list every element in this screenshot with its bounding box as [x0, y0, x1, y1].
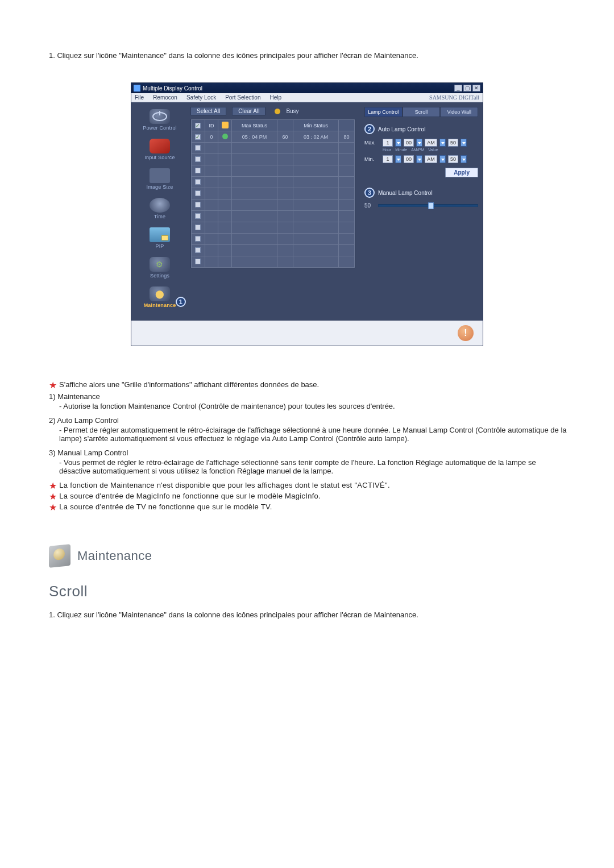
pip-icon — [150, 227, 170, 242]
input-source-icon — [150, 139, 170, 153]
table-row[interactable] — [192, 188, 355, 200]
col-max-status[interactable]: Max Status — [232, 120, 277, 131]
table-row[interactable] — [192, 245, 355, 256]
max-minute-input[interactable]: 00 — [404, 139, 414, 147]
note-star-3: ★La source d'entrée de MagicInfo ne fonc… — [49, 492, 569, 500]
note-star-4: ★La source d'entrée de TV ne fonctionne … — [49, 502, 569, 511]
max-hour-input[interactable]: 1 — [383, 139, 393, 147]
tab-video-wall[interactable]: Video Wall — [440, 107, 478, 117]
nav-pip[interactable]: PIP — [131, 226, 188, 256]
field-minute-label: Minute — [395, 148, 407, 152]
col-min-status[interactable]: Min Status — [293, 120, 339, 131]
slider-value: 50 — [364, 202, 375, 209]
col-min-val[interactable] — [338, 120, 354, 131]
nav-time[interactable]: Time — [131, 197, 188, 226]
row-checkbox[interactable] — [195, 259, 201, 264]
clear-all-button[interactable]: Clear All — [232, 107, 265, 115]
table-row[interactable] — [192, 234, 355, 245]
table-row[interactable] — [192, 143, 355, 154]
menu-port-selection[interactable]: Port Selection — [225, 94, 260, 101]
max-value-dropdown[interactable] — [460, 139, 467, 147]
power-icon — [150, 109, 170, 124]
section-maintenance-header: Maintenance — [49, 545, 569, 567]
nav-settings[interactable]: Settings — [131, 256, 188, 285]
lamp-slider[interactable] — [378, 204, 478, 207]
min-hour-dropdown[interactable] — [395, 155, 401, 163]
max-minute-dropdown[interactable] — [416, 139, 422, 147]
max-label: Max. — [364, 140, 380, 146]
row-checkbox[interactable] — [195, 247, 201, 253]
nav-power-control[interactable]: Power Control — [131, 108, 188, 138]
select-all-button[interactable]: Select All — [190, 107, 226, 115]
nav-sidebar: Power Control Input Source Image Size Ti… — [131, 102, 188, 321]
list-item-3-body: - Vous permet de régler le rétro-éclaira… — [59, 458, 569, 475]
min-minute-input[interactable]: 00 — [404, 155, 414, 163]
menu-file[interactable]: File — [135, 94, 144, 101]
max-value-input[interactable]: 50 — [448, 139, 458, 147]
col-lamp[interactable] — [218, 120, 232, 131]
status-strip — [131, 321, 483, 346]
col-max-val[interactable] — [277, 120, 293, 131]
max-hour-dropdown[interactable] — [395, 139, 401, 147]
row-checkbox[interactable] — [195, 213, 201, 219]
col-check[interactable] — [192, 120, 205, 131]
intro-text: 1. Cliquez sur l'icône "Maintenance" dan… — [49, 51, 569, 60]
menu-help[interactable]: Help — [269, 94, 281, 101]
row-checkbox[interactable] — [195, 179, 201, 185]
section-scroll-title: Scroll — [49, 583, 569, 600]
restore-button[interactable]: ▢ — [463, 85, 471, 92]
min-value-dropdown[interactable] — [460, 155, 467, 163]
slider-thumb[interactable] — [428, 202, 434, 209]
apply-button[interactable]: Apply — [445, 168, 478, 177]
min-ampm-dropdown[interactable] — [439, 155, 446, 163]
nav-image-size[interactable]: Image Size — [131, 167, 188, 197]
min-hour-input[interactable]: 1 — [383, 155, 393, 163]
cell-max-val: 60 — [277, 131, 293, 143]
min-minute-dropdown[interactable] — [416, 155, 422, 163]
field-hour-label: Hour — [383, 148, 391, 152]
table-row[interactable] — [192, 154, 355, 165]
table-row[interactable] — [192, 200, 355, 211]
list-item-2-head: 2) Auto Lamp Control — [49, 416, 569, 425]
table-row[interactable] — [192, 177, 355, 188]
titlebar: Multiple Display Control _ ▢ ✕ — [131, 83, 483, 93]
table-row[interactable] — [192, 222, 355, 234]
row-checkbox[interactable] — [195, 190, 201, 196]
row-checkbox[interactable] — [195, 168, 201, 173]
auto-lamp-title: Auto Lamp Control — [378, 126, 425, 132]
row-checkbox[interactable] — [195, 236, 201, 242]
tab-scroll[interactable]: Scroll — [403, 107, 441, 117]
info-grid: ID Max Status Min Status 0 05 : 04 PM — [190, 119, 355, 268]
col-id[interactable]: ID — [205, 120, 218, 131]
table-row[interactable] — [192, 256, 355, 268]
table-row[interactable]: 0 05 : 04 PM 60 03 : 02 AM 80 — [192, 131, 355, 143]
nav-input-source[interactable]: Input Source — [131, 138, 188, 167]
tab-lamp-control[interactable]: Lamp Control — [364, 107, 403, 117]
min-ampm-input[interactable]: AM — [425, 155, 437, 163]
min-value-input[interactable]: 50 — [448, 155, 458, 163]
callout-2: 2 — [364, 124, 375, 134]
row-checkbox[interactable] — [195, 156, 201, 162]
settings-icon — [150, 257, 170, 272]
row-checkbox[interactable] — [195, 202, 201, 207]
cell-id: 0 — [205, 131, 218, 143]
table-row[interactable] — [192, 165, 355, 177]
row-checkbox[interactable] — [195, 134, 201, 140]
max-ampm-dropdown[interactable] — [439, 139, 446, 147]
max-ampm-input[interactable]: AM — [425, 139, 437, 147]
maintenance-icon — [150, 286, 170, 301]
minimize-button[interactable]: _ — [454, 85, 462, 92]
menu-safety-lock[interactable]: Safety Lock — [186, 94, 216, 101]
list-item-1-body: - Autorise la fonction Maintenance Contr… — [59, 402, 569, 410]
main-panel: Select All Clear All Busy ID Max Status — [188, 102, 360, 321]
row-checkbox[interactable] — [195, 145, 201, 151]
cell-max-status: 05 : 04 PM — [232, 131, 277, 143]
menubar: File Remocon Safety Lock Port Selection … — [131, 93, 483, 102]
app-icon — [134, 85, 140, 92]
nav-maintenance[interactable]: 1 Maintenance — [131, 285, 188, 315]
close-button[interactable]: ✕ — [472, 85, 480, 92]
app-window: Multiple Display Control _ ▢ ✕ File Remo… — [131, 82, 483, 346]
table-row[interactable] — [192, 211, 355, 222]
row-checkbox[interactable] — [195, 225, 201, 230]
menu-remocon[interactable]: Remocon — [153, 94, 177, 101]
